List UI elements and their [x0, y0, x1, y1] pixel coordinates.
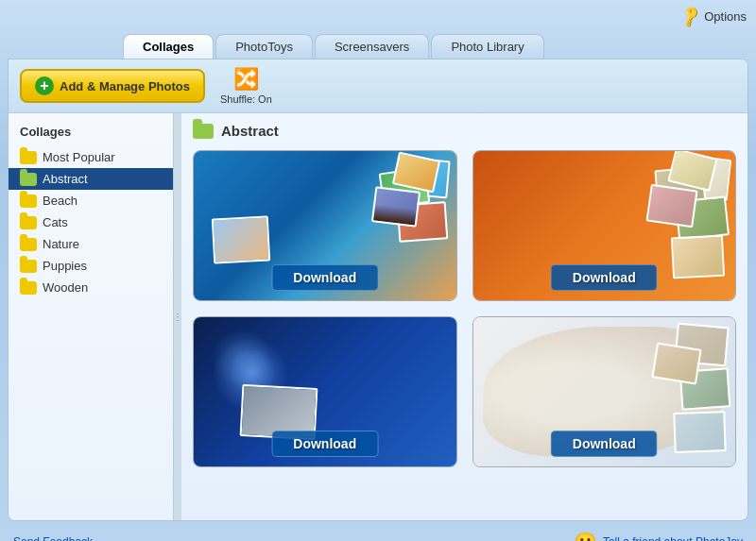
collage-item-3[interactable]: Download [193, 316, 457, 467]
photo-tile [212, 215, 270, 263]
tab-phototoys[interactable]: PhotoToys [215, 34, 313, 59]
photo-tile [671, 235, 725, 279]
shuffle-icon: 🔀 [233, 67, 259, 92]
folder-open-icon [20, 173, 37, 186]
shuffle-area[interactable]: 🔀 Shuffle: On [220, 67, 272, 105]
panel-divider: ⋮ [174, 113, 181, 520]
folder-icon [20, 281, 37, 295]
collage-item-4[interactable]: Download [472, 316, 737, 467]
options-button[interactable]: 🔑 Options [681, 8, 747, 25]
panel-title: Abstract [221, 123, 279, 139]
photo-tile [651, 342, 701, 384]
options-label: Options [704, 9, 747, 24]
send-feedback-link[interactable]: Send Feedback [13, 535, 93, 541]
tab-screensavers[interactable]: Screensavers [315, 34, 429, 59]
tell-friend-link[interactable]: Tell a friend about PhotoJoy [603, 535, 743, 541]
sidebar-item-beach[interactable]: Beach [9, 190, 173, 211]
folder-icon [20, 260, 37, 273]
folder-icon [20, 194, 37, 208]
add-manage-button[interactable]: + Add & Manage Photos [20, 69, 205, 103]
sidebar-item-wooden[interactable]: Wooden [9, 277, 173, 298]
collage-item-2[interactable]: Download [472, 150, 737, 301]
download-button-3[interactable]: Download [271, 431, 378, 457]
shuffle-label: Shuffle: On [220, 93, 272, 105]
sidebar: Collages Most Popular Abstract Beach Cat… [9, 113, 174, 520]
tab-collages[interactable]: Collages [123, 34, 214, 59]
header-row: + Add & Manage Photos 🔀 Shuffle: On [9, 59, 747, 113]
photo-tile [645, 184, 697, 228]
photo-tile [370, 186, 420, 228]
sidebar-item-puppies[interactable]: Puppies [9, 255, 173, 277]
sidebar-title: Collages [9, 121, 173, 146]
panel-header: Abstract [193, 123, 736, 139]
panel-folder-icon [193, 124, 214, 139]
add-manage-label: Add & Manage Photos [60, 79, 190, 93]
sidebar-item-most-popular[interactable]: Most Popular [9, 146, 173, 168]
folder-icon [20, 151, 37, 164]
tell-friend-area: 🙂 Tell a friend about PhotoJoy [574, 531, 743, 541]
tabs-row: Collages PhotoToys Screensavers Photo Li… [0, 28, 756, 59]
sidebar-item-abstract[interactable]: Abstract [9, 168, 173, 190]
content-row: Collages Most Popular Abstract Beach Cat… [9, 113, 747, 520]
tab-photolibrary[interactable]: Photo Library [431, 34, 543, 59]
right-panel: Abstract Downlo [181, 113, 747, 520]
sidebar-item-nature[interactable]: Nature [9, 233, 173, 255]
download-button-2[interactable]: Download [551, 264, 658, 291]
download-button-4[interactable]: Download [551, 431, 658, 457]
collage-item-1[interactable]: Download [193, 150, 457, 301]
collage-grid: Download Download [193, 150, 736, 467]
key-icon: 🔑 [679, 4, 704, 28]
top-bar: 🔑 Options [0, 0, 756, 28]
download-button-1[interactable]: Download [271, 264, 378, 291]
smiley-icon: 🙂 [574, 531, 597, 541]
footer: Send Feedback 🙂 Tell a friend about Phot… [0, 529, 756, 541]
main-area: + Add & Manage Photos 🔀 Shuffle: On Coll… [8, 59, 748, 521]
add-circle-icon: + [35, 76, 54, 95]
folder-icon [20, 238, 37, 251]
folder-icon [20, 216, 37, 229]
photo-tile [673, 411, 726, 453]
sidebar-item-cats[interactable]: Cats [9, 211, 173, 233]
